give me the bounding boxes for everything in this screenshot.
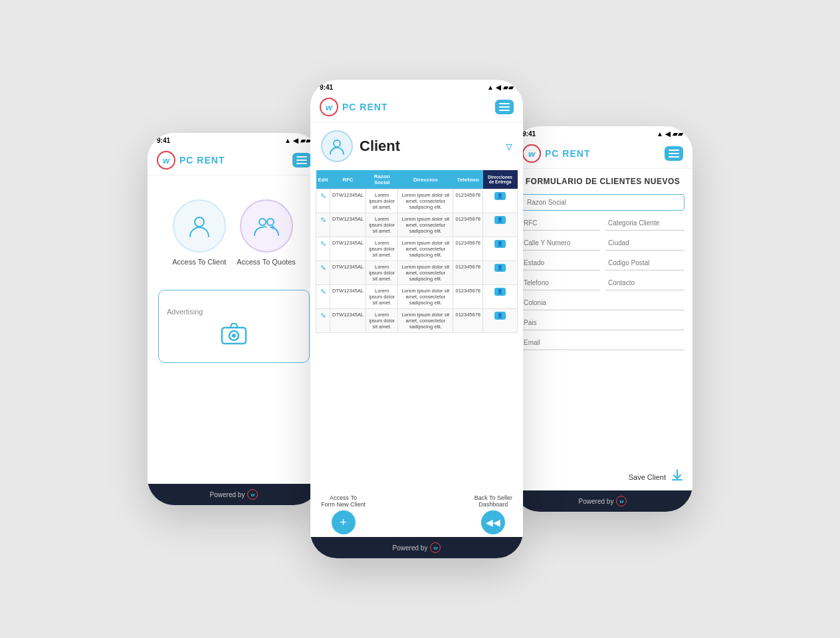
edit-cell[interactable]: ✎ — [316, 237, 330, 261]
tel-cell: 012345678 — [453, 285, 483, 309]
center-logo-text: PC RENT — [342, 102, 387, 112]
center-powered-text: Powered by — [393, 544, 428, 552]
client-title: Client — [360, 138, 506, 155]
edit-cell[interactable]: ✎ — [316, 213, 330, 237]
save-client-row: Save Client — [513, 464, 692, 490]
right-phone: 9:41 ▲ ◀ ▰▰ w PC RENT FORMULARIO DE CLIE… — [513, 126, 692, 512]
svg-text:?: ? — [271, 225, 274, 231]
left-footer: Powered by w — [148, 484, 320, 505]
tel-cell: 012345678 — [453, 237, 483, 261]
back-button[interactable]: ◀◀ — [481, 510, 505, 534]
back-seller-nav[interactable]: Back To SellerDashboard ◀◀ — [474, 494, 512, 534]
right-menu-button[interactable] — [665, 146, 683, 161]
left-body: Access To Client ? — [148, 175, 320, 484]
center-menu-button[interactable] — [495, 100, 514, 114]
center-status-bar: 9:41 ▲ ◀ ▰▰ — [310, 80, 523, 92]
table-row: ✎ DTW12345AL Lorem ipsum dolor sit amet.… — [316, 261, 518, 285]
rfc-cell: DTW12345AL — [330, 237, 366, 261]
left-powered-text: Powered by — [210, 491, 245, 498]
calle-field[interactable] — [521, 236, 600, 251]
id-cell[interactable]: 👤 — [483, 213, 518, 237]
id-cell[interactable]: 👤 — [483, 309, 518, 333]
rfc-field[interactable] — [521, 216, 600, 231]
razon-cell: Lorem ipsum dolor sit amet. — [366, 309, 398, 333]
right-powered-icon: w — [616, 496, 627, 506]
access-quotes-label: Access To Quotes — [237, 258, 295, 266]
center-powered-icon: w — [430, 542, 441, 553]
dir-cell: Lorem ipsum dolor sit amet, consectetur … — [398, 237, 453, 261]
add-client-button[interactable]: + — [332, 510, 356, 534]
id-button[interactable]: 👤 — [494, 288, 506, 296]
id-button[interactable]: 👤 — [494, 312, 506, 320]
dir-cell: Lorem ipsum dolor sit amet, consectetur … — [398, 261, 453, 285]
id-cell[interactable]: 👤 — [483, 189, 518, 213]
edit-icon[interactable]: ✎ — [320, 312, 326, 320]
ciudad-field[interactable] — [605, 236, 684, 251]
th-rfc: RFC — [330, 170, 366, 189]
dir-cell: Lorem ipsum dolor sit amet, consectetur … — [398, 309, 453, 333]
tel-contacto-row — [521, 276, 684, 296]
edit-cell[interactable]: ✎ — [316, 261, 330, 285]
contacto-field[interactable] — [605, 276, 684, 290]
right-time: 9:41 — [522, 130, 536, 138]
client-table-wrap: Edit RFC Razon Social Direccion Telefono… — [310, 170, 523, 333]
group-icon: ? — [253, 213, 280, 239]
cp-field[interactable] — [605, 256, 684, 270]
client-header-row: Client ▿ — [310, 122, 523, 167]
edit-icon[interactable]: ✎ — [320, 192, 326, 200]
center-logo: w PC RENT — [320, 98, 387, 116]
center-header: w PC RENT — [310, 92, 523, 122]
advertising-label: Advertising — [167, 308, 203, 316]
colonia-field[interactable] — [521, 296, 684, 310]
right-status-icons: ▲ ◀ ▰▰ — [657, 130, 683, 138]
dir-cell: Lorem ipsum dolor sit amet, consectetur … — [398, 189, 453, 213]
edit-icon[interactable]: ✎ — [320, 216, 326, 224]
id-cell[interactable]: 👤 — [483, 237, 518, 261]
id-button[interactable]: 👤 — [494, 264, 506, 272]
right-header: w PC RENT — [513, 139, 692, 169]
left-menu-button[interactable] — [292, 153, 311, 167]
svg-point-0 — [195, 217, 204, 227]
table-row: ✎ DTW12345AL Lorem ipsum dolor sit amet.… — [316, 309, 518, 333]
save-client-button[interactable] — [670, 468, 684, 486]
id-button[interactable]: 👤 — [494, 192, 506, 200]
left-status-icons: ▲ ◀ ▰▰ — [284, 137, 311, 144]
filter-icon[interactable]: ▿ — [506, 138, 512, 154]
left-logo-icon: w — [157, 151, 175, 169]
email-field[interactable] — [521, 336, 684, 350]
categoria-field[interactable] — [605, 216, 684, 231]
person-icon — [186, 213, 213, 239]
right-status-bar: 9:41 ▲ ◀ ▰▰ — [513, 126, 692, 139]
table-row: ✎ DTW12345AL Lorem ipsum dolor sit amet.… — [316, 189, 518, 213]
center-footer: Powered by w — [310, 537, 523, 558]
telefono-field[interactable] — [521, 276, 600, 290]
rfc-cell: DTW12345AL — [330, 189, 366, 213]
edit-cell[interactable]: ✎ — [316, 189, 330, 213]
edit-icon[interactable]: ✎ — [320, 240, 326, 248]
razon-cell: Lorem ipsum dolor sit amet. — [366, 285, 398, 309]
id-button[interactable]: 👤 — [494, 240, 506, 248]
access-quotes-card[interactable]: ? Access To Quotes — [237, 199, 295, 266]
download-icon — [670, 468, 684, 482]
access-form-nav[interactable]: Access ToForm New Client + — [321, 494, 366, 534]
center-logo-icon: w — [320, 98, 338, 116]
left-powered-icon: w — [247, 489, 258, 500]
table-row: ✎ DTW12345AL Lorem ipsum dolor sit amet.… — [316, 237, 518, 261]
access-client-card[interactable]: Access To Client — [172, 199, 226, 266]
rfc-categoria-row — [521, 216, 684, 236]
razon-social-field[interactable] — [521, 194, 684, 211]
right-powered-text: Powered by — [579, 498, 614, 505]
id-cell[interactable]: 👤 — [483, 285, 518, 309]
id-button[interactable]: 👤 — [494, 216, 506, 224]
edit-cell[interactable]: ✎ — [316, 309, 330, 333]
razon-cell: Lorem ipsum dolor sit amet. — [366, 261, 398, 285]
center-body: Client ▿ Edit RFC Razon Social Direccion… — [310, 122, 523, 489]
pais-field[interactable] — [521, 316, 684, 330]
edit-cell[interactable]: ✎ — [316, 285, 330, 309]
edit-icon[interactable]: ✎ — [320, 288, 326, 296]
estado-field[interactable] — [521, 256, 600, 270]
table-row: ✎ DTW12345AL Lorem ipsum dolor sit amet.… — [316, 213, 518, 237]
id-cell[interactable]: 👤 — [483, 261, 518, 285]
edit-icon[interactable]: ✎ — [320, 264, 326, 272]
razon-cell: Lorem ipsum dolor sit amet. — [366, 213, 398, 237]
